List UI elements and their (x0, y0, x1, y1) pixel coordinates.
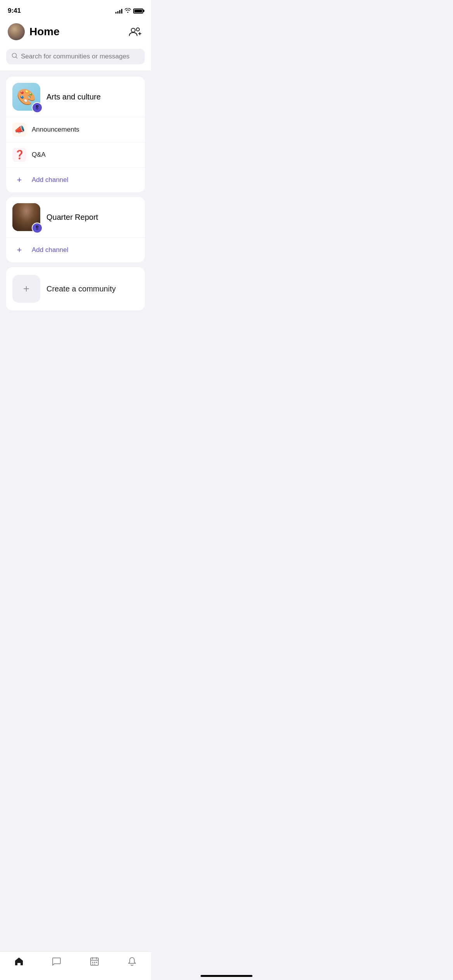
header: Home (0, 19, 151, 46)
qna-icon: ❓ (12, 148, 26, 162)
add-channel-label-quarter: Add channel (32, 246, 69, 254)
search-input[interactable] (21, 53, 139, 60)
search-icon (12, 53, 18, 60)
status-bar: 9:41 (0, 0, 151, 19)
signal-icon (115, 8, 122, 14)
header-left: Home (8, 23, 60, 40)
community-name-arts: Arts and culture (46, 93, 101, 101)
channel-name-qna: Q&A (32, 151, 46, 159)
channel-name-announcements: Announcements (32, 126, 79, 134)
community-thumb-wrap-arts: 🎨 (12, 83, 40, 111)
status-icons (115, 8, 143, 14)
add-group-icon (129, 25, 142, 39)
wifi-icon (125, 8, 131, 14)
search-container (0, 46, 151, 70)
create-community-card[interactable]: + Create a community (6, 267, 145, 310)
create-community-label: Create a community (46, 284, 116, 293)
community-header-arts[interactable]: 🎨 Arts and culture (6, 77, 145, 117)
channel-row-qna[interactable]: ❓ Q&A (6, 142, 145, 168)
qna-emoji: ❓ (14, 150, 25, 160)
community-card-quarter: Quarter Report + Add channel (6, 197, 145, 262)
add-channel-label-arts: Add channel (32, 176, 69, 184)
community-thumb-wrap-quarter (12, 203, 40, 231)
community-header-quarter[interactable]: Quarter Report (6, 197, 145, 238)
add-channel-quarter[interactable]: + Add channel (6, 238, 145, 262)
community-badge-quarter (32, 223, 43, 233)
add-channel-icon-quarter: + (12, 243, 26, 257)
announcements-icon: 📣 (12, 123, 26, 137)
avatar[interactable] (8, 23, 25, 40)
svg-point-0 (131, 28, 135, 32)
battery-icon (133, 9, 143, 14)
channel-row-announcements[interactable]: 📣 Announcements (6, 117, 145, 142)
arts-emoji: 🎨 (17, 88, 36, 106)
status-time: 9:41 (8, 7, 21, 15)
community-badge-arts (32, 102, 43, 113)
search-bar[interactable] (6, 49, 145, 64)
add-channel-icon-arts: + (12, 173, 26, 187)
page-title: Home (29, 26, 60, 38)
create-community-icon: + (12, 275, 40, 303)
add-group-button[interactable] (128, 24, 143, 39)
announcements-emoji: 📣 (14, 125, 25, 135)
add-channel-arts[interactable]: + Add channel (6, 168, 145, 192)
community-name-quarter: Quarter Report (46, 213, 98, 222)
community-card-arts: 🎨 Arts and culture 📣 Announcements ❓ Q&A… (6, 77, 145, 192)
main-content: 🎨 Arts and culture 📣 Announcements ❓ Q&A… (0, 70, 151, 310)
svg-point-1 (136, 28, 139, 31)
